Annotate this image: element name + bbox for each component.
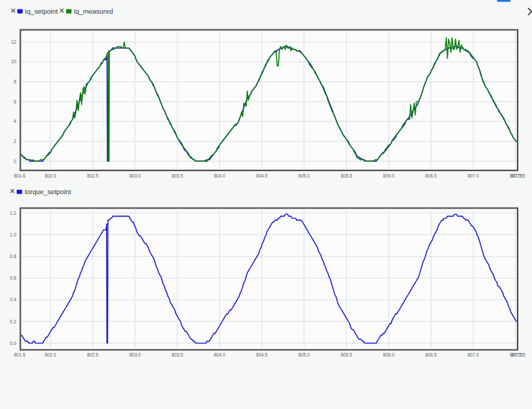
svg-text:801.6: 801.6 bbox=[14, 352, 25, 357]
svg-text:802.5: 802.5 bbox=[87, 352, 98, 357]
svg-text:802.0: 802.0 bbox=[45, 352, 56, 357]
svg-text:0.8: 0.8 bbox=[10, 254, 17, 259]
svg-text:805.5: 805.5 bbox=[341, 352, 352, 357]
svg-text:806.5: 806.5 bbox=[426, 352, 437, 357]
svg-text:6: 6 bbox=[14, 99, 17, 104]
svg-text:0: 0 bbox=[14, 159, 17, 164]
svg-text:804.0: 804.0 bbox=[214, 173, 226, 178]
svg-text:802.5: 802.5 bbox=[87, 173, 98, 178]
svg-text:803.5: 803.5 bbox=[172, 173, 183, 178]
svg-text:807.55: 807.55 bbox=[511, 173, 526, 178]
svg-text:0.0: 0.0 bbox=[10, 341, 17, 346]
svg-text:805.0: 805.0 bbox=[298, 352, 310, 357]
svg-text:807.0: 807.0 bbox=[467, 352, 479, 357]
svg-text:1.2: 1.2 bbox=[10, 211, 17, 216]
svg-text:Iq_setpoint: Iq_setpoint bbox=[25, 7, 58, 15]
svg-text:805.0: 805.0 bbox=[298, 173, 310, 178]
svg-text:12: 12 bbox=[11, 40, 17, 45]
svg-text:1.0: 1.0 bbox=[10, 232, 17, 237]
svg-text:8: 8 bbox=[14, 79, 17, 84]
svg-text:torque_setpoint: torque_setpoint bbox=[24, 188, 71, 196]
svg-text:803.0: 803.0 bbox=[129, 352, 141, 357]
svg-text:805.5: 805.5 bbox=[341, 173, 352, 178]
svg-text:803.5: 803.5 bbox=[172, 352, 183, 357]
svg-text:806.0: 806.0 bbox=[383, 173, 395, 178]
svg-text:804.5: 804.5 bbox=[256, 352, 267, 357]
svg-text:807.0: 807.0 bbox=[467, 173, 479, 178]
svg-text:Iq_measured: Iq_measured bbox=[74, 7, 114, 15]
svg-text:804.5: 804.5 bbox=[256, 173, 267, 178]
svg-text:802.0: 802.0 bbox=[45, 173, 56, 178]
svg-text:10: 10 bbox=[11, 59, 17, 64]
svg-text:0.2: 0.2 bbox=[10, 319, 17, 324]
svg-text:2: 2 bbox=[14, 139, 17, 144]
svg-text:0.6: 0.6 bbox=[10, 275, 17, 280]
svg-text:806.0: 806.0 bbox=[383, 352, 395, 357]
svg-text:806.5: 806.5 bbox=[426, 173, 437, 178]
svg-text:4: 4 bbox=[14, 119, 17, 124]
svg-text:803.0: 803.0 bbox=[129, 173, 141, 178]
svg-text:804.0: 804.0 bbox=[214, 352, 226, 357]
svg-text:0.4: 0.4 bbox=[10, 297, 17, 302]
svg-text:807.55: 807.55 bbox=[511, 352, 526, 357]
svg-text:801.6: 801.6 bbox=[14, 173, 25, 178]
